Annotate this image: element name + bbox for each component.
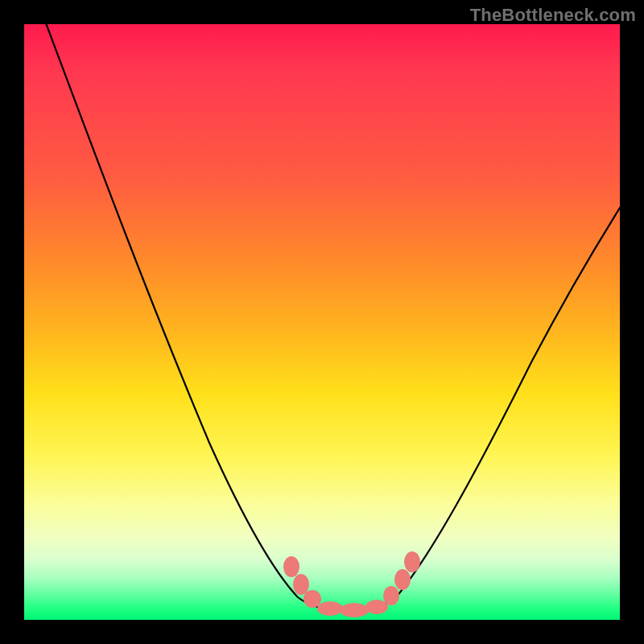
marker-blob [283, 556, 299, 577]
marker-blob [340, 603, 369, 617]
curve-right-branch [396, 205, 621, 597]
plot-area [24, 24, 620, 620]
marker-cluster [283, 551, 420, 617]
marker-blob [383, 586, 399, 605]
marker-blob [317, 601, 343, 616]
marker-blob [303, 590, 321, 608]
marker-blob [394, 569, 411, 590]
curve-left-branch [40, 8, 298, 597]
marker-blob [404, 551, 420, 572]
marker-blob [293, 574, 309, 595]
chart-svg [24, 24, 620, 620]
outer-frame: TheBottleneck.com [0, 0, 644, 644]
watermark-text: TheBottleneck.com [470, 5, 636, 26]
marker-blob [365, 600, 388, 614]
